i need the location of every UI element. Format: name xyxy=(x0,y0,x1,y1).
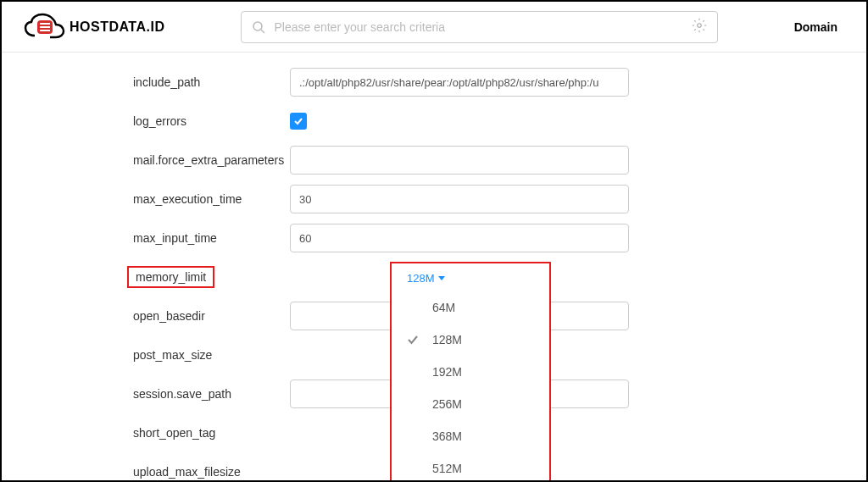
domain-link[interactable]: Domain xyxy=(794,20,837,34)
input-max-input[interactable] xyxy=(290,224,629,252)
svg-line-5 xyxy=(261,30,264,33)
label-mail-force: mail.force_extra_parameters xyxy=(36,153,290,167)
label-post-max: post_max_size xyxy=(36,348,290,362)
check-icon xyxy=(292,115,304,127)
label-short-open: short_open_tag xyxy=(36,426,290,440)
svg-point-6 xyxy=(697,23,701,27)
brand-name: HOSTDATA.ID xyxy=(70,19,164,35)
label-max-exec: max_execution_time xyxy=(36,192,290,206)
dd-option-512m[interactable]: 512M xyxy=(392,452,549,482)
dropdown-trigger[interactable]: 128M xyxy=(392,269,549,291)
label-session-save: session.save_path xyxy=(36,387,290,401)
input-mail-force[interactable] xyxy=(290,146,629,175)
checkbox-log-errors[interactable] xyxy=(290,113,307,130)
search-box[interactable] xyxy=(241,11,717,43)
label-upload-max: upload_max_filesize xyxy=(36,465,290,479)
row-include-path: include_path xyxy=(36,63,832,102)
settings-panel: include_path log_errors mail.force_extra… xyxy=(2,63,866,482)
dd-option-192m[interactable]: 192M xyxy=(392,356,549,388)
input-include-path[interactable] xyxy=(290,68,629,97)
memory-limit-dropdown: 128M 64M 128M 192M 256M 368M 512M xyxy=(390,262,551,482)
row-max-input: max_input_time xyxy=(36,219,832,258)
svg-rect-3 xyxy=(40,30,50,31)
svg-point-4 xyxy=(253,22,262,30)
dd-option-368m[interactable]: 368M xyxy=(392,420,549,452)
search-icon xyxy=(252,20,265,34)
dropdown-selected: 128M xyxy=(407,272,435,285)
label-log-errors: log_errors xyxy=(36,114,290,128)
gear-icon[interactable] xyxy=(692,18,707,36)
label-include-path: include_path xyxy=(36,75,290,89)
check-icon xyxy=(405,332,420,347)
label-max-input: max_input_time xyxy=(36,231,290,245)
dd-option-64m[interactable]: 64M xyxy=(392,291,549,324)
label-memory-limit: memory_limit xyxy=(127,266,214,288)
logo-icon xyxy=(22,12,66,42)
dd-option-256m[interactable]: 256M xyxy=(392,388,549,420)
dd-option-128m[interactable]: 128M xyxy=(392,324,549,356)
row-mail-force: mail.force_extra_parameters xyxy=(36,141,832,180)
row-max-exec: max_execution_time xyxy=(36,180,832,219)
svg-rect-2 xyxy=(40,26,50,28)
search-input[interactable] xyxy=(274,20,682,34)
input-max-exec[interactable] xyxy=(290,185,629,213)
header: HOSTDATA.ID Domain xyxy=(2,2,866,53)
row-log-errors: log_errors xyxy=(36,102,832,141)
caret-down-icon xyxy=(438,276,445,280)
logo: HOSTDATA.ID xyxy=(22,12,164,42)
label-open-basedir: open_basedir xyxy=(36,309,290,323)
svg-rect-1 xyxy=(40,23,50,25)
